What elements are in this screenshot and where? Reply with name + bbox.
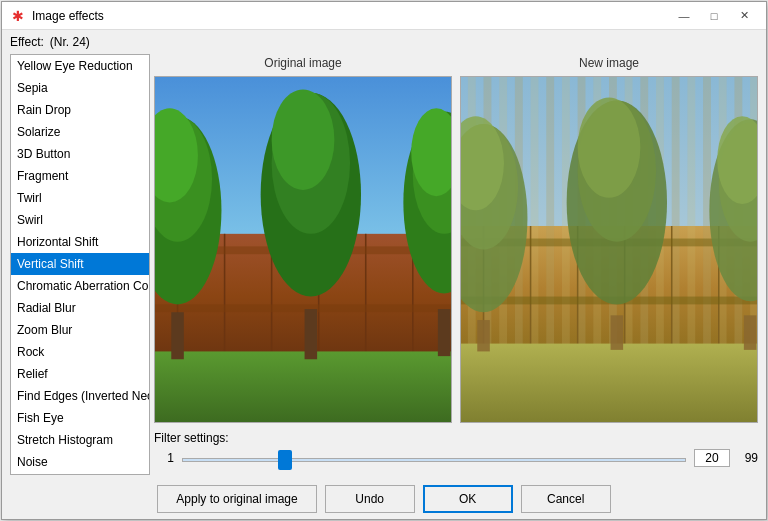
effects-list-item[interactable]: Noise — [11, 451, 149, 473]
effects-list-item[interactable]: Relief — [11, 363, 149, 385]
original-image-svg — [155, 77, 451, 422]
effects-list-item[interactable]: Horizontal Shift — [11, 231, 149, 253]
effects-list-item[interactable]: Solarize — [11, 121, 149, 143]
effects-list: BlurGaussian BlurFast Gaussian BlurBlur … — [11, 54, 149, 475]
effect-label: Effect: — [10, 35, 44, 49]
effects-list-item[interactable]: Vertical Shift — [11, 253, 149, 275]
slider-max: 99 — [738, 451, 758, 465]
svg-rect-68 — [461, 344, 757, 422]
svg-rect-72 — [477, 320, 490, 351]
title-bar-left: ✱ Image effects — [10, 8, 104, 24]
slider-min: 1 — [154, 451, 174, 465]
effects-list-item[interactable]: 3D Button — [11, 143, 149, 165]
effects-list-item[interactable]: Radial Blur — [11, 297, 149, 319]
effect-bar: Effect: (Nr. 24) — [2, 30, 766, 54]
svg-rect-76 — [611, 315, 624, 350]
effects-list-item[interactable]: Twirl — [11, 187, 149, 209]
effects-list-item[interactable]: White Noise (Snow) — [11, 473, 149, 475]
svg-point-20 — [272, 90, 335, 190]
effects-list-item[interactable]: Stretch Histogram — [11, 429, 149, 451]
bottom-buttons: Apply to original image Undo OK Cancel — [2, 479, 766, 519]
svg-rect-13 — [155, 351, 451, 422]
effects-list-item[interactable]: Yellow Eye Reduction — [11, 55, 149, 77]
svg-rect-21 — [305, 309, 318, 359]
slider-container — [182, 451, 686, 465]
svg-rect-80 — [744, 315, 757, 350]
ok-button[interactable]: OK — [423, 485, 513, 513]
undo-button[interactable]: Undo — [325, 485, 415, 513]
window-title: Image effects — [32, 9, 104, 23]
apply-button[interactable]: Apply to original image — [157, 485, 316, 513]
new-image-panel — [460, 76, 758, 423]
effects-list-item[interactable]: Rain Drop — [11, 99, 149, 121]
title-bar: ✱ Image effects — □ ✕ — [2, 2, 766, 30]
image-panels — [154, 76, 758, 423]
svg-rect-17 — [171, 312, 184, 359]
new-image-svg — [461, 77, 757, 422]
svg-rect-25 — [438, 309, 451, 356]
close-button[interactable]: ✕ — [730, 6, 758, 26]
cancel-button[interactable]: Cancel — [521, 485, 611, 513]
app-icon: ✱ — [10, 8, 26, 24]
slider-row: 1 99 — [154, 449, 758, 467]
effects-list-item[interactable]: Fish Eye — [11, 407, 149, 429]
filter-settings-label: Filter settings: — [154, 431, 758, 445]
image-headers: Original image New image — [154, 54, 758, 72]
original-image-panel — [154, 76, 452, 423]
main-content: BlurGaussian BlurFast Gaussian BlurBlur … — [2, 54, 766, 479]
images-area: Original image New image — [154, 54, 758, 475]
maximize-button[interactable]: □ — [700, 6, 728, 26]
title-buttons: — □ ✕ — [670, 6, 758, 26]
effect-value: (Nr. 24) — [50, 35, 90, 49]
effects-list-item[interactable]: Swirl — [11, 209, 149, 231]
effects-list-item[interactable]: Chromatic Aberration Correction — [11, 275, 149, 297]
effects-list-item[interactable]: Sepia — [11, 77, 149, 99]
effects-list-item[interactable]: Zoom Blur — [11, 319, 149, 341]
new-image-header: New image — [460, 54, 758, 72]
original-image-header: Original image — [154, 54, 452, 72]
minimize-button[interactable]: — — [670, 6, 698, 26]
filter-settings: Filter settings: 1 99 — [154, 427, 758, 475]
effects-list-item[interactable]: Fragment — [11, 165, 149, 187]
new-image-canvas — [461, 77, 757, 422]
original-image-canvas — [155, 77, 451, 422]
filter-slider[interactable] — [182, 458, 686, 462]
svg-rect-12 — [155, 304, 451, 312]
svg-point-75 — [578, 97, 641, 197]
effects-list-container[interactable]: BlurGaussian BlurFast Gaussian BlurBlur … — [10, 54, 150, 475]
filter-value-input[interactable] — [694, 449, 730, 467]
main-window: ✱ Image effects — □ ✕ Effect: (Nr. 24) B… — [1, 1, 767, 520]
effects-list-item[interactable]: Rock — [11, 341, 149, 363]
effects-list-item[interactable]: Find Edges (Inverted Neon edge — [11, 385, 149, 407]
